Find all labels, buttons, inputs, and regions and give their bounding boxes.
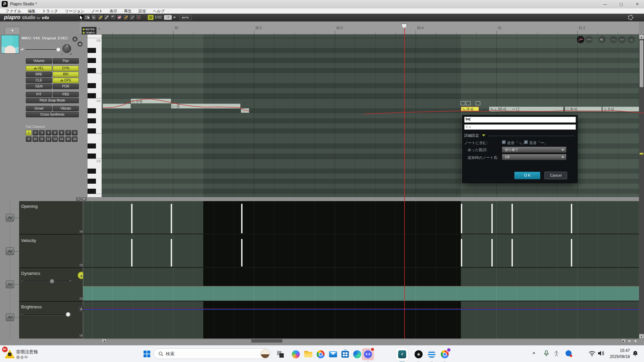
pitch-v-tool-icon[interactable]	[585, 36, 593, 43]
kana-display-toggle-icon[interactable]: あA	[618, 36, 626, 43]
marquee-tool[interactable]	[85, 14, 91, 20]
note[interactable]: ...	[241, 108, 249, 113]
horizontal-scrollbar[interactable]	[83, 339, 639, 343]
out-channel-9[interactable]: 9	[26, 136, 32, 142]
weather-title[interactable]: 雷雨注意報	[16, 349, 38, 355]
dynamics-plus[interactable]: +	[69, 279, 71, 283]
timeline-ruler[interactable]: 3030.230.330.43131.2	[80, 21, 639, 35]
dynamics-slider[interactable]	[25, 281, 69, 282]
note[interactable]: ちょ [tS o]ー [ ]	[489, 107, 564, 112]
menu-item[interactable]: トラック	[39, 8, 61, 13]
leftover-lyrics-select[interactable]: 切り捨て	[502, 146, 567, 153]
draw-tool[interactable]	[97, 14, 103, 20]
out-channel-16[interactable]: 16	[72, 136, 77, 142]
param-button-pan[interactable]: Pan	[53, 58, 79, 64]
out-channel-1[interactable]: 1	[26, 130, 32, 135]
param-button-growl[interactable]: Growl	[26, 106, 52, 111]
scroll-up-button[interactable]: ▲	[639, 35, 644, 39]
snap-value[interactable]: 1/32	[155, 15, 162, 19]
out-channel-2[interactable]: 2	[33, 130, 38, 135]
param-button-vibrato[interactable]: Vibrato	[53, 106, 79, 111]
pitch-curve-tool-icon[interactable]	[577, 36, 584, 43]
out-channel-14[interactable]: 14	[59, 136, 64, 142]
scroll-left-button[interactable]: ◀	[102, 339, 106, 343]
browser-blue-icon[interactable]	[426, 348, 438, 360]
menu-item[interactable]: 表示	[106, 8, 121, 13]
dynamics-minus[interactable]: −	[21, 279, 23, 283]
chatgpt-icon[interactable]: ∗	[413, 348, 425, 360]
phoneme-display-toggle-icon[interactable]: [a]	[628, 36, 635, 43]
notification-bell-icon[interactable]: z	[632, 350, 639, 358]
note-length-icon[interactable]: ♪3	[164, 15, 172, 20]
out-channel-12[interactable]: 12	[46, 136, 51, 142]
vertical-scroll-thumb[interactable]	[640, 40, 643, 87]
microsoft-store-icon[interactable]	[339, 348, 351, 360]
menu-item[interactable]: ファイル	[2, 8, 24, 13]
out-channel-10[interactable]: 10	[33, 136, 38, 142]
ps-display-toggle-icon[interactable]: P s	[610, 36, 617, 43]
note[interactable]: と [t o]	[602, 107, 639, 112]
ok-button[interactable]: O K	[514, 172, 540, 179]
pointer-tool[interactable]	[78, 14, 84, 20]
parameter-lanes[interactable]	[83, 201, 639, 339]
note[interactable]: い [i]	[171, 104, 240, 109]
volume-slider-knob[interactable]	[56, 47, 61, 52]
chouon-label[interactable]: 長音「ー」	[529, 140, 548, 145]
note[interactable]	[103, 104, 131, 109]
note[interactable]: た [t a]	[131, 99, 171, 104]
pointer-disabled-tool[interactable]	[91, 14, 97, 20]
brightness-plus[interactable]: +	[69, 312, 71, 317]
param-button-gen[interactable]: GEN	[26, 84, 52, 89]
auto-button[interactable]: AUTO.	[179, 15, 192, 20]
lyric-input[interactable]: be	[464, 117, 576, 123]
collapse-keyboard-button[interactable]: «	[97, 27, 102, 31]
curve-edit-button-dynamics[interactable]	[6, 281, 14, 288]
piano-keyboard[interactable]: C5C4C3	[88, 35, 102, 197]
out-channel-5[interactable]: 5	[52, 130, 58, 135]
snap-grid-button[interactable]	[148, 15, 154, 20]
delete-tool[interactable]: ×	[136, 14, 142, 20]
preview-voice-icon[interactable]	[598, 36, 606, 43]
mute-button[interactable]: M	[77, 42, 83, 47]
advanced-settings-label[interactable]: 詳細設定	[464, 133, 479, 138]
pan-knob[interactable]	[62, 44, 71, 53]
clock[interactable]: 15:47 2025/08/18	[603, 348, 630, 360]
wifi-icon[interactable]	[588, 350, 596, 358]
out-channel-6[interactable]: 6	[59, 130, 64, 135]
scroll-down-button[interactable]: ▼	[639, 334, 644, 339]
volume-slider[interactable]	[25, 49, 59, 50]
note-selected[interactable]: ら [4 a]	[461, 107, 479, 112]
param-button-bre[interactable]: BRE	[26, 72, 52, 77]
sokuon-label[interactable]: 促音「っ」	[507, 140, 526, 145]
brightness-slider[interactable]	[25, 314, 69, 315]
maximize-button[interactable]: ▢	[615, 0, 627, 8]
sokuon-checkbox[interactable]: ✓	[502, 140, 506, 144]
edge-icon[interactable]	[351, 348, 363, 360]
accessibility-icon[interactable]	[553, 350, 559, 358]
param-button-por[interactable]: POR	[53, 84, 79, 89]
out-channel-13[interactable]: 13	[52, 136, 58, 142]
pen-tool[interactable]	[123, 14, 129, 20]
search-box[interactable]: 検索	[153, 348, 271, 359]
meter-tempo-box[interactable]: METER TEMPO	[82, 27, 97, 35]
black-keys[interactable]	[88, 35, 96, 197]
param-button-bri[interactable]: BRI	[53, 72, 79, 77]
param-button-volume[interactable]: Volume	[26, 58, 52, 64]
snap-dropdown-caret[interactable]	[173, 17, 176, 18]
brightness-minus[interactable]: −	[21, 312, 23, 317]
curve-tool[interactable]	[110, 14, 116, 20]
mail-icon[interactable]	[327, 348, 339, 360]
menu-item[interactable]: 設定	[135, 8, 150, 13]
param-button-pitch-snap-mode[interactable]: Pitch Snap Mode	[26, 98, 79, 103]
scroll-right-button[interactable]: ▶	[621, 339, 626, 343]
param-button-cle[interactable]: CLE	[26, 78, 52, 83]
out-channel-7[interactable]: 7	[65, 130, 71, 135]
param-button-pit[interactable]: PIT	[26, 92, 52, 97]
phoneme-input[interactable]: 4 a	[464, 124, 576, 130]
curve-edit-button-opening[interactable]	[6, 214, 14, 222]
search-highlight-image[interactable]	[261, 349, 270, 358]
eraser-tool[interactable]	[116, 14, 122, 20]
note[interactable]: こ [k o]	[565, 107, 602, 112]
track-name[interactable]: MIKU_V4X_Original_EVEC	[21, 36, 72, 40]
dynamics-slider-knob[interactable]	[50, 279, 54, 284]
